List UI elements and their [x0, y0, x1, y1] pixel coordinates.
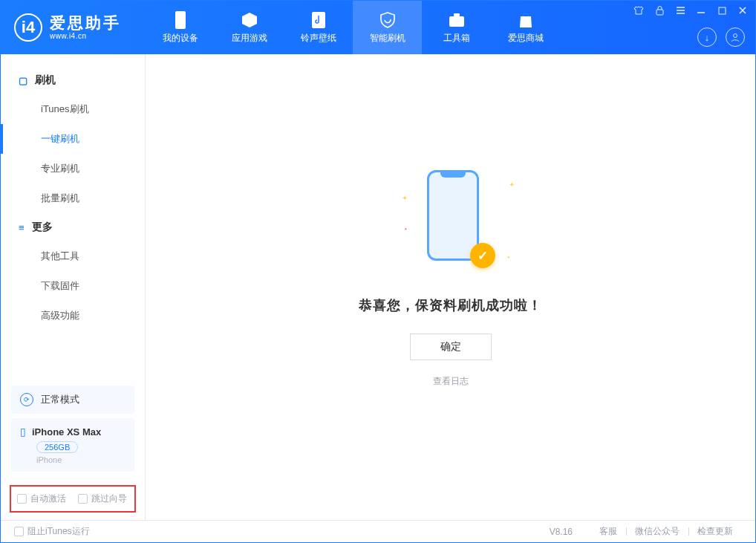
checkbox-icon — [78, 494, 88, 504]
version-label: V8.16 — [550, 527, 573, 537]
checkbox-icon — [17, 494, 27, 504]
view-log-link[interactable]: 查看日志 — [433, 375, 469, 388]
list-icon: ≡ — [19, 222, 25, 233]
device-storage-badge: 256GB — [36, 441, 78, 453]
user-icon[interactable] — [726, 27, 745, 47]
svg-rect-5 — [719, 7, 726, 14]
lock-icon[interactable] — [654, 5, 665, 16]
top-tabs: 我的设备 应用游戏 铃声壁纸 智能刷机 工具箱 爱思商城 — [146, 1, 560, 54]
main-content: ✓ ✦ ✦ ● ● 恭喜您，保资料刷机成功啦！ 确定 查看日志 — [146, 54, 755, 520]
success-message: 恭喜您，保资料刷机成功啦！ — [359, 296, 542, 314]
refresh-shield-icon — [379, 11, 397, 29]
device-name: iPhone XS Max — [32, 426, 101, 438]
footer-link-wechat[interactable]: 微信公众号 — [626, 525, 688, 538]
bag-icon — [517, 11, 535, 29]
svg-rect-0 — [175, 11, 186, 29]
footer-link-support[interactable]: 客服 — [590, 525, 626, 538]
svg-point-6 — [734, 34, 737, 38]
app-title: 爱思助手 — [50, 14, 121, 32]
device-type: iPhone — [36, 455, 126, 464]
menu-icon[interactable] — [675, 5, 685, 16]
tshirt-icon[interactable] — [633, 5, 644, 16]
close-icon[interactable] — [737, 5, 748, 16]
device-icon: ▢ — [19, 75, 27, 86]
svg-rect-2 — [449, 16, 464, 27]
sidebar: ▢ 刷机 iTunes刷机 一键刷机 专业刷机 批量刷机 ≡ 更多 其他工具 下… — [1, 54, 146, 520]
tab-toolbox[interactable]: 工具箱 — [422, 1, 491, 54]
check-icon: ✓ — [470, 243, 495, 268]
tab-apps-games[interactable]: 应用游戏 — [215, 1, 284, 54]
sidebar-group-flash[interactable]: ▢ 刷机 — [1, 66, 145, 94]
sidebar-item-onekey-flash[interactable]: 一键刷机 — [1, 124, 145, 154]
sidebar-item-download-firmware[interactable]: 下载固件 — [1, 271, 145, 301]
device-card[interactable]: ▯ iPhone XS Max 256GB iPhone — [11, 418, 134, 472]
minimize-icon[interactable] — [696, 5, 706, 16]
sidebar-item-itunes-flash[interactable]: iTunes刷机 — [1, 94, 145, 124]
checkbox-icon — [14, 527, 24, 536]
tab-store[interactable]: 爱思商城 — [491, 1, 560, 54]
svg-rect-3 — [454, 13, 460, 16]
tab-smart-flash[interactable]: 智能刷机 — [353, 1, 422, 54]
ok-button[interactable]: 确定 — [410, 334, 492, 360]
tab-ringtones-wallpapers[interactable]: 铃声壁纸 — [284, 1, 353, 54]
device-mode-card[interactable]: ⟳ 正常模式 — [11, 386, 134, 414]
logo[interactable]: i4 爱思助手 www.i4.cn — [1, 13, 146, 42]
device-mode-label: 正常模式 — [41, 393, 79, 406]
toolbox-icon — [448, 11, 466, 29]
tab-my-device[interactable]: 我的设备 — [146, 1, 215, 54]
phone-small-icon: ▯ — [20, 426, 26, 438]
sidebar-item-pro-flash[interactable]: 专业刷机 — [1, 154, 145, 183]
download-icon[interactable]: ↓ — [697, 27, 717, 47]
checkbox-auto-activate[interactable]: 自动激活 — [17, 492, 66, 505]
svg-rect-4 — [656, 10, 663, 15]
header: i4 爱思助手 www.i4.cn 我的设备 应用游戏 铃声壁纸 智能刷机 工具… — [1, 1, 755, 54]
footer-link-update[interactable]: 检查更新 — [688, 525, 742, 538]
header-right-icons: ↓ — [697, 27, 745, 47]
music-file-icon — [310, 11, 328, 29]
success-illustration: ✓ ✦ ✦ ● ● — [406, 164, 495, 268]
maximize-icon[interactable] — [717, 5, 727, 16]
sidebar-item-advanced[interactable]: 高级功能 — [1, 301, 145, 331]
window-controls — [633, 5, 748, 16]
options-highlight-box: 自动激活 跳过向导 — [10, 485, 136, 513]
sidebar-item-batch-flash[interactable]: 批量刷机 — [1, 183, 145, 213]
sidebar-group-more[interactable]: ≡ 更多 — [1, 213, 145, 241]
app-subtitle: www.i4.cn — [50, 32, 121, 41]
cube-icon — [241, 11, 258, 29]
sidebar-item-other-tools[interactable]: 其他工具 — [1, 241, 145, 271]
phone-icon — [172, 11, 189, 29]
mode-icon: ⟳ — [20, 393, 33, 406]
footer: 阻止iTunes运行 V8.16 客服 微信公众号 检查更新 — [1, 520, 755, 542]
checkbox-block-itunes[interactable]: 阻止iTunes运行 — [14, 525, 90, 538]
logo-icon: i4 — [14, 13, 42, 42]
checkbox-skip-guide[interactable]: 跳过向导 — [78, 492, 127, 505]
